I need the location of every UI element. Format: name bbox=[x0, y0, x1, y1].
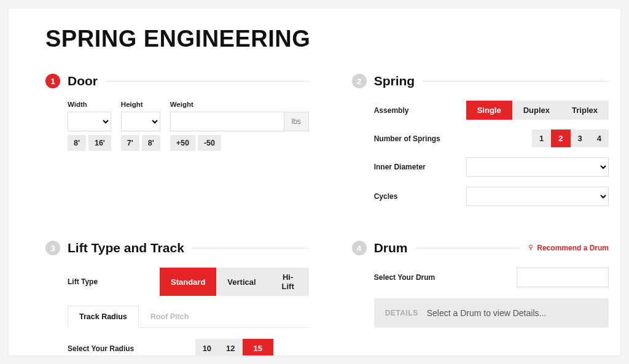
tab-roof-pitch[interactable]: Roof Pitch bbox=[139, 306, 201, 328]
springs-2-button[interactable]: 2 bbox=[551, 130, 570, 147]
springs-4-button[interactable]: 4 bbox=[590, 130, 609, 147]
tab-track-radius[interactable]: Track Radius bbox=[68, 306, 139, 328]
section-drum: 4 Drum Recommend a Drum Select Your Drum… bbox=[352, 241, 609, 355]
radius-group: 10 12 15 bbox=[160, 339, 309, 355]
cycles-label: Cycles bbox=[374, 192, 466, 201]
section-title-lift: Lift Type and Track bbox=[68, 241, 184, 255]
page-title: SPRING ENGINEERING bbox=[45, 26, 584, 52]
weight-input[interactable] bbox=[171, 112, 284, 131]
step-number-4: 4 bbox=[352, 241, 367, 255]
radius-label: Select Your Radius bbox=[68, 344, 160, 353]
lift-vertical-button[interactable]: Vertical bbox=[216, 268, 267, 296]
assembly-label: Assembly bbox=[374, 106, 466, 115]
details-label: DETAILS bbox=[385, 309, 418, 317]
springs-3-button[interactable]: 3 bbox=[571, 130, 590, 147]
divider bbox=[105, 81, 309, 82]
step-number-3: 3 bbox=[45, 241, 60, 255]
width-quick-16[interactable]: 16' bbox=[88, 135, 111, 151]
bulb-icon bbox=[527, 244, 534, 252]
section-title-door: Door bbox=[68, 74, 98, 88]
lift-type-group: Standard Vertical Hi-Lift bbox=[160, 268, 309, 296]
assembly-duplex-button[interactable]: Duplex bbox=[512, 101, 561, 120]
radius-10-button[interactable]: 10 bbox=[195, 339, 219, 355]
svg-point-0 bbox=[529, 245, 533, 248]
recommend-drum-label: Recommend a Drum bbox=[537, 244, 609, 252]
drum-input[interactable] bbox=[517, 268, 609, 287]
section-lift: 3 Lift Type and Track Lift Type Standard… bbox=[45, 241, 309, 355]
assembly-single-button[interactable]: Single bbox=[466, 101, 512, 120]
assembly-triplex-button[interactable]: Triplex bbox=[561, 101, 609, 120]
weight-quick-plus50[interactable]: +50 bbox=[170, 135, 195, 151]
section-door: 1 Door Width 8' 16' Height bbox=[45, 74, 309, 216]
inner-diameter-select[interactable] bbox=[466, 157, 609, 177]
springs-1-button[interactable]: 1 bbox=[532, 130, 551, 147]
height-select[interactable] bbox=[121, 112, 160, 131]
divider bbox=[415, 248, 520, 249]
section-title-spring: Spring bbox=[374, 74, 415, 88]
section-title-drum: Drum bbox=[374, 241, 408, 255]
width-quick-8[interactable]: 8' bbox=[68, 135, 86, 151]
lift-standard-button[interactable]: Standard bbox=[160, 268, 216, 296]
assembly-group: Single Duplex Triplex bbox=[466, 101, 609, 120]
recommend-drum-link[interactable]: Recommend a Drum bbox=[527, 244, 609, 252]
section-spring: 2 Spring Assembly Single Duplex Triplex … bbox=[352, 74, 609, 216]
divider bbox=[192, 248, 309, 249]
details-text: Select a Drum to view Details... bbox=[427, 308, 547, 318]
height-quick-8[interactable]: 8' bbox=[142, 135, 160, 151]
weight-field-group: Weight lbs +50 -50 bbox=[170, 101, 309, 151]
height-quick-7[interactable]: 7' bbox=[121, 135, 139, 151]
width-label: Width bbox=[68, 101, 111, 108]
drum-details-box: DETAILS Select a Drum to view Details... bbox=[374, 298, 609, 328]
radius-15-button[interactable]: 15 bbox=[243, 339, 273, 355]
lift-type-label: Lift Type bbox=[68, 277, 160, 286]
radius-12-button[interactable]: 12 bbox=[219, 339, 242, 355]
inner-diameter-label: Inner Diameter bbox=[374, 163, 466, 171]
divider bbox=[422, 81, 609, 82]
weight-label: Weight bbox=[170, 101, 309, 108]
weight-quick-minus50[interactable]: -50 bbox=[198, 135, 221, 151]
weight-unit: lbs bbox=[284, 112, 308, 131]
num-springs-label: Number of Springs bbox=[374, 134, 466, 143]
select-drum-label: Select Your Drum bbox=[374, 273, 466, 282]
lift-tabs: Track Radius Roof Pitch bbox=[68, 306, 309, 328]
step-number-1: 1 bbox=[45, 74, 60, 88]
lift-hilift-button[interactable]: Hi-Lift bbox=[267, 268, 309, 296]
height-field-group: Height 7' 8' bbox=[121, 101, 160, 151]
width-field-group: Width 8' 16' bbox=[68, 101, 111, 151]
width-select[interactable] bbox=[68, 112, 111, 131]
num-springs-group: 1 2 3 4 bbox=[466, 130, 609, 147]
step-number-2: 2 bbox=[352, 74, 367, 88]
cycles-select[interactable] bbox=[466, 187, 609, 206]
height-label: Height bbox=[121, 101, 160, 108]
